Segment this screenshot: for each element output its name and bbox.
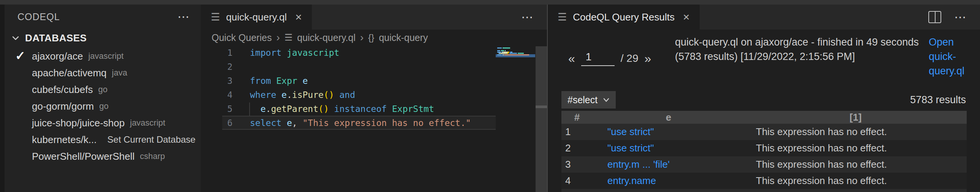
- file-list-icon: ☰: [211, 11, 220, 23]
- database-name: PowerShell/PowerShell: [32, 151, 134, 162]
- database-name: juice-shop/juice-shop: [32, 117, 124, 129]
- code-token: isPure: [292, 90, 324, 100]
- table-row: 4entry.nameThis expression has no effect…: [562, 173, 967, 189]
- database-name: cubefs/cubefs: [32, 84, 93, 96]
- breadcrumb-file[interactable]: quick-query.ql: [297, 32, 356, 43]
- code-token: ,: [292, 118, 303, 128]
- symbol-braces-icon: {}: [368, 32, 374, 43]
- database-item[interactable]: PowerShell/PowerShellcsharp: [5, 148, 201, 165]
- query-summary: quick-query.ql on ajaxorg/ace - finished…: [675, 35, 926, 64]
- minimap-token: [497, 54, 502, 56]
- close-icon[interactable]: ×: [683, 11, 690, 24]
- result-link[interactable]: "use strict": [593, 142, 745, 154]
- column-header: e: [593, 111, 745, 123]
- table-header: #e[1]: [562, 111, 967, 124]
- results-content: « 1 / 29 » quick-query.ql on ajaxorg/ace…: [548, 30, 980, 192]
- editor-scrollbar[interactable]: [536, 46, 547, 192]
- scrollbar-marker: [536, 105, 547, 108]
- breadcrumb-symbol[interactable]: quick-query: [379, 32, 428, 43]
- line-number: 6: [201, 118, 232, 128]
- databases-section-header[interactable]: DATABASES: [5, 29, 201, 47]
- code-token: [276, 90, 282, 100]
- code-token: [282, 48, 287, 58]
- minimap[interactable]: [496, 46, 535, 69]
- chevron-down-icon: [11, 33, 21, 43]
- code-text: select e, "This expression has no effect…: [250, 118, 471, 128]
- file-list-icon: ☰: [285, 32, 293, 43]
- open-query-link[interactable]: Open quick-query.ql: [929, 35, 978, 78]
- sidebar-header: CODEQL ⋯: [5, 5, 201, 29]
- code-token: from: [250, 76, 271, 86]
- code-line: 1import javascript: [201, 46, 547, 60]
- database-language: go: [99, 101, 108, 111]
- set-current-database-action[interactable]: Set Current Database: [108, 134, 196, 145]
- code-editor[interactable]: 1import javascript23from Expr e4where e.…: [201, 46, 547, 192]
- chevron-right-icon: ›: [276, 32, 280, 44]
- previous-page-icon[interactable]: «: [568, 52, 575, 66]
- minimap-token: [505, 54, 529, 56]
- database-language: javascript: [88, 51, 123, 61]
- database-item[interactable]: ✓ajaxorg/acejavascript: [5, 48, 201, 65]
- row-number: 4: [562, 175, 593, 187]
- code-token: .: [266, 104, 271, 114]
- tab-codeql-query-results[interactable]: ☰ CodeQL Query Results ×: [548, 5, 700, 30]
- code-token: ExprStmt: [392, 104, 434, 114]
- result-message: This expression has no effect.: [745, 175, 967, 187]
- close-icon[interactable]: ×: [295, 11, 302, 24]
- result-link[interactable]: entry.m ... 'file': [593, 159, 745, 170]
- editor-tab-bar: ☰ quick-query.ql × ⋯: [201, 5, 547, 30]
- code-token: e: [261, 104, 266, 114]
- page-number-input[interactable]: 1: [581, 51, 614, 66]
- code-token: (): [324, 90, 334, 100]
- code-line: 5 e.getParent() instanceof ExprStmt: [201, 102, 547, 116]
- database-language: go: [98, 85, 107, 95]
- code-text: where e.isPure() and: [250, 90, 355, 100]
- result-set-dropdown[interactable]: #select: [562, 91, 616, 108]
- database-item[interactable]: juice-shop/juice-shopjavascript: [5, 114, 201, 131]
- editor-more-actions-icon[interactable]: ⋯: [521, 10, 533, 24]
- code-token: e: [282, 90, 287, 100]
- column-header: #: [562, 111, 593, 123]
- line-number: 2: [201, 62, 232, 72]
- row-number: 1: [562, 126, 593, 138]
- database-name: kubernetes/k...: [32, 134, 97, 146]
- database-name: go-gorm/gorm: [32, 100, 94, 112]
- code-token: [298, 76, 303, 86]
- split-editor-icon[interactable]: [928, 11, 941, 23]
- pagination: « 1 / 29 »: [568, 51, 651, 66]
- editor-group: ☰ quick-query.ql × ⋯ Quick Queries › ☰ q…: [201, 5, 547, 192]
- result-message: This expression has no effect.: [745, 126, 967, 138]
- code-line: 6select e, "This expression has no effec…: [201, 116, 547, 130]
- code-line: 3from Expr e: [201, 74, 547, 88]
- line-number: 4: [201, 90, 232, 100]
- result-link[interactable]: "use strict": [593, 126, 745, 138]
- code-token: javascript: [287, 48, 339, 58]
- row-number: 2: [562, 142, 593, 154]
- code-token: [387, 104, 392, 114]
- database-item[interactable]: go-gorm/gormgo: [5, 98, 201, 114]
- column-header: [1]: [745, 111, 967, 123]
- database-list: ✓ajaxorg/acejavascriptapache/activemqjav…: [5, 48, 201, 165]
- code-token: "This expression has no effect.": [303, 118, 471, 128]
- codeql-sidebar: CODEQL ⋯ DATABASES ✓ajaxorg/acejavascrip…: [5, 5, 201, 192]
- table-row: 3entry.m ... 'file'This expression has n…: [562, 156, 967, 173]
- breadcrumb-root[interactable]: Quick Queries: [212, 32, 272, 43]
- results-table: #e[1] 1"use strict"This expression has n…: [562, 111, 967, 192]
- table-row: 2"use strict"This expression has no effe…: [562, 140, 967, 156]
- code-token: [329, 104, 334, 114]
- database-item[interactable]: kubernetes/k...Set Current Database: [5, 131, 201, 148]
- tab-quick-query[interactable]: ☰ quick-query.ql ×: [201, 5, 312, 30]
- code-token: Expr: [276, 76, 297, 86]
- result-link[interactable]: entry.name: [593, 175, 745, 187]
- next-page-icon[interactable]: »: [644, 52, 651, 66]
- database-language: java: [112, 68, 127, 78]
- sidebar-more-actions-icon[interactable]: ⋯: [177, 11, 189, 23]
- breadcrumb: Quick Queries › ☰ quick-query.ql › {} qu…: [201, 30, 547, 46]
- database-item[interactable]: apache/activemqjava: [5, 65, 201, 81]
- code-token: getParent: [271, 104, 318, 114]
- minimap-line: [497, 54, 535, 56]
- results-more-actions-icon[interactable]: ⋯: [954, 10, 966, 24]
- line-number: 3: [201, 76, 232, 86]
- database-item[interactable]: cubefs/cubefsgo: [5, 81, 201, 98]
- tab-label: quick-query.ql: [226, 11, 287, 23]
